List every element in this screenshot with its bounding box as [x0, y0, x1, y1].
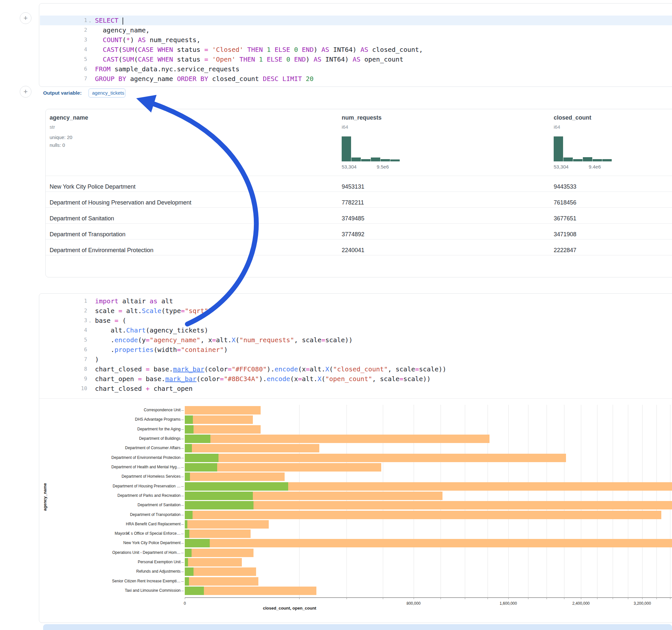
histogram-bar[interactable] — [390, 160, 400, 162]
bar-closed-count[interactable] — [185, 472, 285, 481]
histogram-bar[interactable] — [573, 159, 582, 162]
code-token: alt. — [216, 336, 232, 344]
bar-closed-count[interactable] — [185, 501, 672, 509]
code-line: import altair as alt — [95, 296, 173, 306]
bar-open-count[interactable] — [185, 425, 194, 434]
bar-open-count[interactable] — [185, 435, 210, 443]
bar-closed-count[interactable] — [185, 511, 661, 519]
bar-closed-count[interactable] — [185, 587, 316, 595]
text-cursor — [123, 18, 123, 25]
y-axis-tick — [181, 496, 184, 496]
code-token: scale — [95, 307, 118, 315]
code-token — [243, 46, 247, 53]
y-axis-tick — [181, 572, 184, 572]
code-token: CAST — [103, 46, 118, 53]
code-token — [282, 55, 286, 63]
row-separator — [46, 208, 672, 208]
code-token: FROM — [95, 65, 111, 73]
code-token: (color — [196, 375, 220, 383]
bar-open-count[interactable] — [185, 482, 288, 491]
bar-open-count[interactable] — [185, 472, 190, 481]
bar-open-count[interactable] — [185, 587, 204, 595]
histogram-bar[interactable] — [602, 159, 612, 162]
bar-closed-count[interactable] — [185, 577, 258, 586]
sql-code-editor[interactable]: 1⌄SELECT 2 agency_name,3 COUNT(*) AS num… — [39, 4, 672, 87]
bar-open-count[interactable] — [185, 549, 192, 557]
code-token: alt. — [95, 326, 126, 334]
bar-closed-count[interactable] — [185, 530, 250, 538]
next-cell-indicator[interactable] — [43, 624, 672, 630]
bar-closed-count[interactable] — [185, 520, 269, 529]
code-token: = — [118, 307, 122, 315]
line-number: 3 — [74, 316, 87, 325]
histogram-bar[interactable] — [593, 159, 602, 162]
code-token: open_count — [360, 55, 403, 63]
code-token — [154, 46, 158, 53]
bar-open-count[interactable] — [185, 444, 192, 453]
bar-closed-count[interactable] — [185, 454, 566, 462]
add-cell-button[interactable]: + — [20, 86, 31, 98]
cell-closed-count: 2222847 — [554, 247, 576, 254]
code-token: chart_closed — [95, 385, 146, 392]
x-axis-label: 800,000 — [394, 601, 433, 606]
bar-open-count[interactable] — [185, 558, 188, 566]
cell-num-requests: 9453131 — [342, 184, 364, 190]
code-line: chart_closed + chart_open — [95, 384, 193, 393]
histogram-bar[interactable] — [563, 158, 573, 162]
histogram-bar[interactable] — [381, 159, 390, 162]
bar-open-count[interactable] — [185, 577, 189, 586]
collapse-chevron-icon[interactable]: ⌄ — [89, 316, 93, 326]
code-token: ) — [208, 307, 212, 315]
bar-open-count[interactable] — [185, 567, 194, 576]
cell-agency-name: Department of Transportation — [50, 231, 125, 238]
code-token — [290, 55, 294, 63]
histogram-bar[interactable] — [361, 159, 370, 162]
bar-closed-count[interactable] — [185, 539, 672, 547]
bar-closed-count[interactable] — [185, 567, 256, 576]
bar-closed-count[interactable] — [185, 444, 319, 453]
code-token: "container" — [181, 346, 224, 354]
bar-closed-count[interactable] — [185, 435, 489, 443]
x-axis-label: 1,600,000 — [489, 601, 528, 606]
bar-open-count[interactable] — [185, 501, 254, 509]
column-header[interactable]: closed_count — [554, 114, 591, 121]
code-token: status — [173, 46, 204, 53]
bar-closed-count[interactable] — [185, 558, 242, 566]
row-separator — [46, 192, 672, 192]
code-line: chart_open = base.mark_bar(color="#8BC34… — [95, 374, 431, 384]
altair-chart: closed_count, open_count agency_name Cor… — [39, 399, 672, 623]
histogram-bar[interactable] — [352, 158, 361, 162]
code-line: .properties(width="container") — [95, 345, 227, 355]
bar-closed-count[interactable] — [185, 415, 253, 424]
bar-open-count[interactable] — [185, 530, 189, 538]
column-header[interactable]: num_requests — [342, 114, 382, 121]
bar-open-count[interactable] — [185, 454, 218, 462]
bar-open-count[interactable] — [185, 520, 187, 529]
bar-closed-count[interactable] — [185, 549, 254, 557]
code-token: = — [146, 365, 150, 373]
y-axis-label: Taxi and Limousine Commission — [44, 588, 181, 593]
code-token: ( — [236, 336, 240, 344]
code-line: chart_closed = base.mark_bar(color="#FFC… — [95, 364, 447, 374]
code-line: COUNT(*) AS num_requests, — [95, 35, 200, 45]
code-token: THEN — [240, 55, 255, 63]
bar-open-count[interactable] — [185, 539, 210, 547]
histogram-bar[interactable] — [342, 137, 351, 162]
add-cell-button[interactable]: + — [20, 12, 31, 24]
cell-num-requests: 2240041 — [342, 247, 364, 254]
bar-open-count[interactable] — [185, 492, 253, 500]
histogram-bar[interactable] — [583, 157, 592, 162]
bar-closed-count[interactable] — [185, 406, 261, 414]
collapse-chevron-icon[interactable]: ⌄ — [89, 16, 93, 26]
bar-open-count[interactable] — [185, 511, 193, 519]
output-variable-pill[interactable]: agency_tickets — [89, 89, 125, 98]
y-axis-label: Department of Sanitation — [44, 503, 181, 507]
x-axis-line — [185, 597, 672, 598]
cell-agency-name: Department of Housing Preservation and D… — [50, 199, 191, 206]
histogram-bar[interactable] — [371, 158, 380, 162]
column-header[interactable]: agency_name — [50, 114, 88, 121]
bar-closed-count[interactable] — [185, 425, 261, 434]
histogram-bar[interactable] — [554, 137, 563, 162]
bar-open-count[interactable] — [185, 415, 193, 424]
bar-open-count[interactable] — [185, 463, 217, 471]
